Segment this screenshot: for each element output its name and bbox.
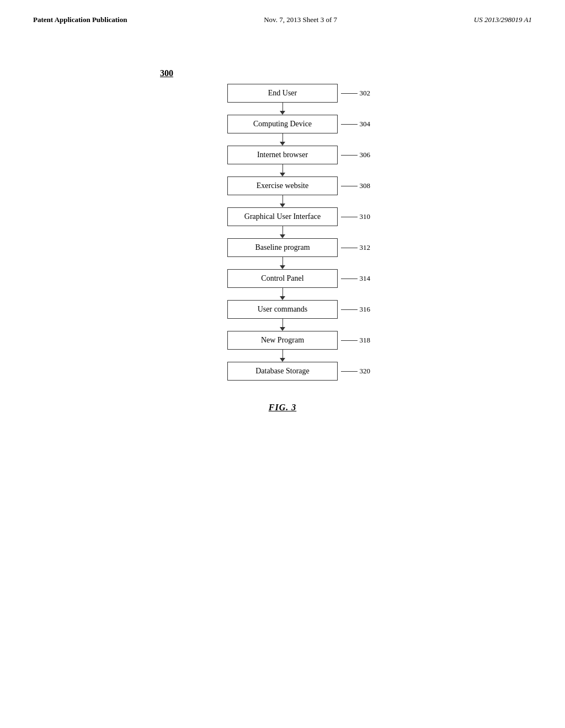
header-center: Nov. 7, 2013 Sheet 3 of 7 — [264, 15, 337, 24]
figure-caption: FIG. 3 — [269, 403, 296, 413]
arrow-connector — [227, 288, 338, 300]
flow-row: Baseline program312 — [227, 238, 338, 257]
flow-box-312: Baseline program312 — [227, 238, 338, 257]
flow-label-310: 310 — [341, 212, 371, 221]
flow-label-314: 314 — [341, 274, 371, 283]
diagram-container: 300 End User302Computing Device304Intern… — [0, 24, 565, 413]
arrow-connector — [227, 319, 338, 331]
flow-box-314: Control Panel314 — [227, 269, 338, 288]
arrow-connector — [227, 257, 338, 269]
flow-label-306: 306 — [341, 151, 371, 159]
flow-row: Control Panel314 — [227, 269, 338, 288]
flow-box-320: Database Storage320 — [227, 362, 338, 381]
flow-box-318: New Program318 — [227, 331, 338, 350]
flow-label-320: 320 — [341, 367, 371, 376]
arrow-connector — [227, 195, 338, 207]
arrow-connector — [227, 226, 338, 238]
flow-box-304: Computing Device304 — [227, 115, 338, 133]
header-right: US 2013/298019 A1 — [474, 15, 532, 24]
flow-row: Exercise website308 — [227, 176, 338, 195]
flow-label-318: 318 — [341, 336, 371, 345]
flow-label-308: 308 — [341, 181, 371, 190]
flow-row: Computing Device304 — [227, 115, 338, 133]
flow-label-312: 312 — [341, 243, 371, 252]
flow-row: End User302 — [227, 84, 338, 103]
arrow-connector — [227, 103, 338, 115]
flowchart: End User302Computing Device304Internet b… — [227, 84, 338, 381]
flow-row: Graphical User Interface310 — [227, 207, 338, 226]
flow-row: Internet browser306 — [227, 146, 338, 164]
arrow-connector — [227, 133, 338, 146]
flow-box-316: User commands316 — [227, 300, 338, 319]
flow-box-310: Graphical User Interface310 — [227, 207, 338, 226]
flow-box-306: Internet browser306 — [227, 146, 338, 164]
flow-label-316: 316 — [341, 305, 371, 314]
flow-row: New Program318 — [227, 331, 338, 350]
arrow-connector — [227, 164, 338, 176]
header-left: Patent Application Publication — [33, 15, 127, 24]
arrow-connector — [227, 350, 338, 362]
diagram-label: 300 — [160, 68, 173, 78]
flow-label-302: 302 — [341, 89, 371, 98]
flow-row: User commands316 — [227, 300, 338, 319]
flow-box-308: Exercise website308 — [227, 176, 338, 195]
page-header: Patent Application Publication Nov. 7, 2… — [0, 0, 565, 24]
flow-row: Database Storage320 — [227, 362, 338, 381]
flow-label-304: 304 — [341, 120, 371, 129]
flow-box-302: End User302 — [227, 84, 338, 103]
